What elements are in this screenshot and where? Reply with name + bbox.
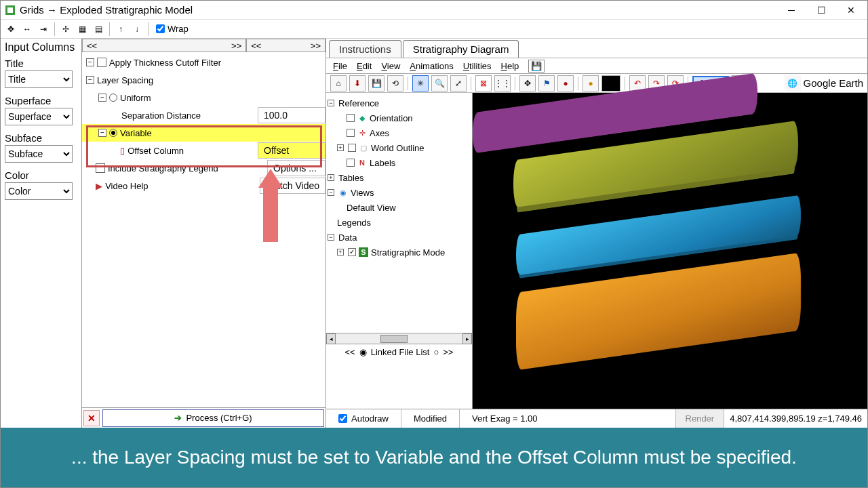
linked-file-list[interactable]: << ◉ Linked File List ○ >> (326, 344, 472, 360)
minimize-button[interactable]: ─ (776, 1, 806, 19)
track-icon[interactable]: ● (583, 75, 599, 92)
scroll-thumb[interactable] (380, 335, 408, 343)
sep-distance-value[interactable]: 100.0 (258, 107, 326, 123)
tool-grid1-icon[interactable]: ▦ (75, 22, 90, 37)
scene-legends[interactable]: Legends (328, 215, 471, 230)
google-earth-label[interactable]: Google Earth (804, 77, 863, 89)
autodraw-checkbox[interactable] (338, 414, 347, 423)
google-earth-icon[interactable]: 🌐 (785, 75, 801, 92)
layer-bottom (516, 253, 801, 371)
variable-radio[interactable] (109, 129, 117, 137)
uniform-row[interactable]: − Uniform (82, 89, 326, 106)
menu-edit[interactable]: Edit (357, 61, 372, 71)
zoom-fit-icon[interactable]: ⤢ (450, 75, 467, 92)
scroll-right-icon[interactable]: ▸ (462, 333, 472, 344)
tool-pick-icon[interactable]: ✥ (3, 22, 18, 37)
linked-prev-icon[interactable]: << (345, 347, 355, 357)
process-button[interactable]: ➔ Process (Ctrl+G) (102, 409, 324, 427)
offset-column-row[interactable]: ▯ Offset Column Offset (82, 142, 326, 159)
column-icon: ▯ (120, 146, 125, 156)
toolbar-separator (148, 22, 149, 36)
flag-icon[interactable]: ⚑ (538, 75, 555, 92)
refresh-icon[interactable]: ⟲ (387, 75, 403, 92)
video-help-label: Video Help (105, 181, 148, 191)
axes-icon[interactable]: ✳ (412, 75, 429, 92)
superface-select[interactable]: Superface (5, 108, 73, 125)
menu-save-icon[interactable]: 💾 (528, 60, 545, 73)
include-legend-row[interactable]: Include Stratigraphy Legend Options ... (82, 159, 326, 177)
uniform-radio[interactable] (109, 94, 117, 102)
tool-move-icon[interactable]: ✢ (58, 22, 73, 37)
scene-tables[interactable]: +Tables (328, 170, 471, 185)
record-icon[interactable]: ● (557, 75, 574, 92)
menu-animations[interactable]: Animations (410, 61, 453, 71)
linked-eye-icon[interactable]: ◉ (359, 347, 367, 357)
menu-help[interactable]: Help (501, 61, 519, 71)
apply-filter-label: Apply Thickness Cutoff Filter (109, 58, 221, 68)
import-icon[interactable]: ⬇ (349, 75, 366, 92)
include-legend-checkbox[interactable] (96, 163, 105, 173)
collapse-icon[interactable]: − (86, 76, 94, 84)
video-help-row[interactable]: ▶ Video Help Watch Video (82, 177, 326, 195)
scene-labels[interactable]: NLabels (328, 155, 471, 170)
nav-seg-right[interactable]: << >> (246, 39, 326, 52)
tool-up-icon[interactable]: ↑ (113, 22, 128, 37)
close-button[interactable]: ✕ (836, 1, 866, 19)
subface-select[interactable]: Subface (5, 145, 73, 163)
expand-icon[interactable]: ✥ (519, 75, 536, 92)
points-icon[interactable]: ⋮⋮ (494, 75, 511, 92)
cancel-button[interactable]: ✕ (83, 410, 100, 426)
scroll-left-icon[interactable]: ◂ (326, 333, 336, 344)
tool-width-out-icon[interactable]: ↔ (20, 22, 35, 37)
nav-fwd-icon: >> (231, 41, 241, 51)
home-icon[interactable]: ⌂ (330, 75, 347, 92)
vert-exag-cell: Vert Exag = 1.00 (460, 409, 675, 428)
wrap-checkbox-input[interactable] (156, 24, 165, 33)
collapse-icon[interactable]: − (98, 94, 106, 102)
scene-axes[interactable]: ✛Axes (328, 125, 471, 140)
autodraw-cell[interactable]: Autodraw (326, 409, 401, 428)
uniform-label: Uniform (120, 93, 151, 103)
scene-tree-hscroll[interactable]: ◂ ▸ (326, 333, 472, 344)
color-icon[interactable]: ▾ (601, 75, 620, 92)
scene-views[interactable]: −◉Views (328, 185, 471, 200)
scene-reference[interactable]: −Reference (328, 96, 471, 110)
separation-distance-row[interactable]: Separation Distance 100.0 (82, 106, 326, 124)
layer-spacing-row[interactable]: − Layer Spacing (82, 71, 326, 89)
collapse-icon[interactable]: − (98, 129, 106, 137)
scene-strat-model[interactable]: +SStratigraphic Mode (328, 245, 471, 260)
menu-utilities[interactable]: Utilities (463, 61, 492, 71)
tab-stratigraphy-diagram[interactable]: Stratigraphy Diagram (403, 40, 519, 58)
bounds-off-icon[interactable]: ⊠ (475, 75, 492, 92)
linked-circle-icon[interactable]: ○ (433, 347, 439, 357)
menu-view[interactable]: View (381, 61, 400, 71)
color-select[interactable]: Color (5, 182, 73, 200)
tool-width-in-icon[interactable]: ⇥ (36, 22, 51, 37)
process-row: ✕ ➔ Process (Ctrl+G) (82, 407, 326, 428)
nav-seg-left[interactable]: << >> (82, 39, 246, 52)
tab-instructions[interactable]: Instructions (329, 40, 401, 58)
3d-viewport[interactable] (473, 93, 867, 409)
maximize-button[interactable]: ☐ (806, 1, 836, 19)
wrap-checkbox[interactable]: Wrap (156, 24, 189, 34)
video-icon: ▶ (96, 181, 102, 191)
scene-data[interactable]: −Data (328, 230, 471, 245)
linked-next-icon[interactable]: >> (443, 347, 453, 357)
scene-default-view[interactable]: Default View (328, 200, 471, 215)
scene-world-outline[interactable]: +▢World Outline (328, 140, 471, 155)
viewport-toolbar: ⌂ ⬇ 💾 ⟲ ✳ 🔍 ⤢ ⊠ ⋮⋮ ✥ ⚑ ● ● ▾ ↶ ↷ (326, 74, 867, 93)
scene-orientation[interactable]: ◆Orientation (328, 110, 471, 125)
apply-filter-checkbox[interactable] (97, 58, 106, 67)
offset-column-value[interactable]: Offset (258, 142, 326, 159)
collapse-icon[interactable]: − (86, 58, 94, 66)
apply-filter-row[interactable]: − Apply Thickness Cutoff Filter (82, 54, 326, 71)
tool-grid2-icon[interactable]: ▤ (91, 22, 106, 37)
menu-file[interactable]: File (333, 61, 347, 71)
save-icon[interactable]: 💾 (368, 75, 384, 92)
render-button[interactable]: Render (676, 409, 725, 428)
tool-down-icon[interactable]: ↓ (130, 22, 144, 37)
zoom-in-icon[interactable]: 🔍 (431, 75, 448, 92)
diagram-menu: File Edit View Animations Utilities Help… (326, 58, 867, 74)
variable-row[interactable]: − Variable (82, 124, 326, 142)
title-select[interactable]: Title (5, 70, 73, 88)
